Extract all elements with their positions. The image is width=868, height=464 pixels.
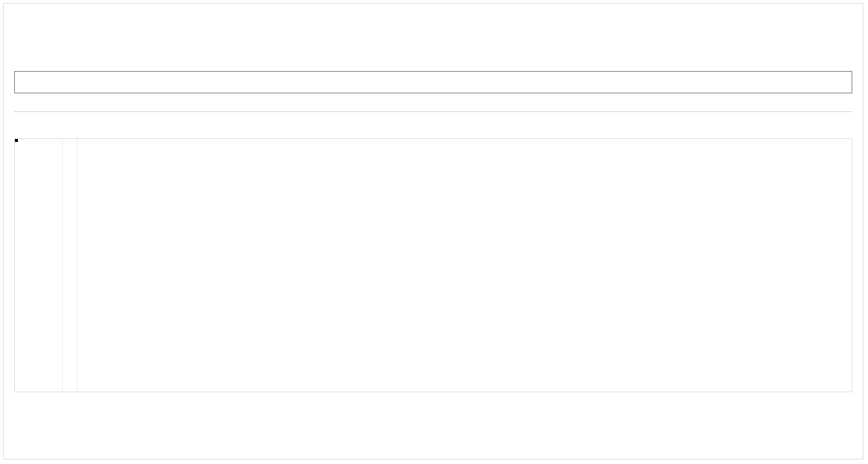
update-module-panel <box>3 3 864 460</box>
module-name-label <box>14 55 852 67</box>
editor-gutter <box>15 139 63 392</box>
code-editor[interactable] <box>14 138 852 392</box>
module-name-input[interactable] <box>14 71 852 93</box>
tabs-bar <box>14 111 852 112</box>
editor-fold-column <box>63 139 78 392</box>
editor-code-area[interactable] <box>79 139 852 392</box>
